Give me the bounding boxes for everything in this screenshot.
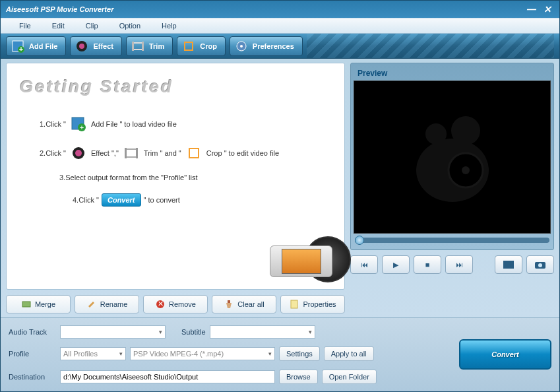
svg-rect-7 (142, 42, 144, 51)
trim-button[interactable]: Trim (126, 36, 173, 56)
right-panel: Preview ⏮ (350, 59, 559, 317)
menu-help[interactable]: Help (151, 22, 187, 30)
crop-label: Crop (200, 42, 217, 50)
menu-clip[interactable]: Clip (75, 22, 109, 30)
step3-text: 3.Select output format from the "Profile… (59, 174, 198, 181)
close-button[interactable]: ✕ (541, 4, 554, 15)
svg-rect-24 (291, 300, 297, 308)
step-2: 2.Click " Effect "," Trim " and " Crop "… (40, 145, 331, 162)
remove-label: Remove (169, 300, 196, 308)
psp-device-image (270, 245, 332, 277)
rename-button[interactable]: Rename (75, 295, 139, 313)
step2-crop: Crop " to edit video file (206, 149, 279, 157)
clear-all-button[interactable]: Clear all (212, 295, 276, 313)
film-add-icon: + (11, 39, 25, 53)
svg-rect-17 (125, 148, 127, 158)
effect-label: Effect (93, 42, 113, 50)
toolbar-decoration (307, 34, 554, 58)
step-1: 1.Click " + Add File " to load video fil… (40, 115, 331, 133)
minimize-button[interactable]: — (525, 4, 538, 15)
subtitle-select[interactable] (210, 325, 315, 339)
merge-button[interactable]: Merge (6, 295, 71, 313)
effect-icon (70, 145, 87, 162)
menubar: File Edit Clip Option Help (1, 18, 559, 34)
svg-rect-18 (136, 148, 138, 158)
merge-label: Merge (35, 300, 55, 308)
step4-post: " to convert (144, 196, 180, 204)
rename-icon (86, 299, 97, 310)
play-button[interactable]: ▶ (382, 255, 410, 274)
open-folder-button[interactable]: Open Folder (322, 370, 377, 384)
profile-category-select[interactable]: All Profiles (60, 347, 126, 360)
svg-point-10 (240, 45, 243, 48)
step1-text: Add File " to load video file (91, 120, 177, 128)
svg-rect-19 (189, 148, 199, 158)
profile-format-select[interactable]: PSP Video MPEG-4 (*.mp4) (130, 347, 275, 360)
preview-container: Preview (350, 63, 554, 250)
svg-rect-8 (185, 42, 193, 50)
stop-button[interactable]: ■ (414, 255, 441, 274)
seek-thumb[interactable] (355, 236, 364, 245)
svg-point-4 (79, 44, 84, 49)
skip-back-icon: ⏮ (361, 261, 368, 269)
preview-video-area (354, 81, 551, 234)
titlebar: Aiseesoft PSP Movie Converter — ✕ (1, 1, 559, 18)
profile-format-value: PSP Video MPEG-4 (*.mp4) (133, 350, 224, 358)
subtitle-label: Subtitle (181, 328, 206, 336)
preview-label: Preview (354, 66, 551, 81)
browse-button[interactable]: Browse (279, 370, 318, 384)
effect-button[interactable]: Effect (70, 36, 122, 56)
svg-text:+: + (19, 45, 23, 53)
preferences-button[interactable]: Preferences (230, 36, 303, 56)
svg-rect-30 (503, 261, 514, 269)
destination-value: d:\My Documents\Aiseesoft Studio\Output (63, 373, 198, 381)
fullscreen-icon (503, 261, 514, 269)
convert-badge-icon: Convert (102, 193, 141, 207)
add-file-label: Add File (29, 42, 57, 50)
destination-input[interactable]: d:\My Documents\Aiseesoft Studio\Output (60, 370, 275, 383)
menu-edit[interactable]: Edit (42, 22, 75, 30)
prev-button[interactable]: ⏮ (350, 255, 378, 274)
seek-slider[interactable] (355, 238, 549, 243)
step-3: 3.Select output format from the "Profile… (59, 174, 331, 181)
remove-button[interactable]: ✕ Remove (143, 295, 208, 313)
properties-icon (289, 299, 299, 310)
transport-controls: ⏮ ▶ ■ ⏭ (350, 255, 554, 274)
svg-rect-5 (133, 43, 142, 49)
step2-trim: Trim " and " (144, 149, 181, 157)
convert-button[interactable]: Convert (459, 339, 551, 370)
snapshot-button[interactable] (526, 255, 554, 274)
settings-button[interactable]: Settings (279, 346, 320, 361)
window-title: Aiseesoft PSP Movie Converter (6, 5, 113, 13)
menu-option[interactable]: Option (109, 22, 151, 30)
crop-icon (185, 145, 202, 162)
camera-icon (535, 261, 545, 269)
merge-icon (21, 299, 32, 310)
crop-icon (181, 39, 196, 53)
convert-label: Convert (491, 350, 519, 358)
remove-icon: ✕ (155, 299, 166, 310)
crop-button[interactable]: Crop (177, 36, 226, 56)
step2-pre: 2.Click " (40, 149, 66, 157)
toolbar: + Add File Effect Trim Crop Pre (1, 34, 559, 59)
play-icon: ▶ (393, 261, 398, 269)
audio-track-select[interactable] (60, 325, 166, 339)
destination-label: Destination (9, 373, 56, 381)
menu-file[interactable]: File (9, 22, 42, 30)
svg-point-15 (75, 150, 82, 156)
svg-point-29 (462, 166, 470, 174)
gear-icon (234, 39, 249, 53)
properties-label: Properties (303, 300, 336, 308)
action-row: Merge Rename ✕ Remove Clear all Properti… (6, 295, 345, 313)
next-button[interactable]: ⏭ (445, 255, 473, 274)
bottom-panel: Audio Track Subtitle Profile All Profile… (1, 317, 559, 391)
svg-rect-20 (22, 302, 30, 307)
properties-button[interactable]: Properties (280, 295, 345, 313)
fullscreen-button[interactable] (495, 255, 522, 274)
apply-to-all-button[interactable]: Apply to all (324, 346, 374, 361)
svg-text:✕: ✕ (158, 300, 164, 308)
svg-rect-16 (126, 149, 137, 157)
add-file-button[interactable]: + Add File (6, 36, 66, 56)
settings-form: Audio Track Subtitle Profile All Profile… (9, 325, 377, 385)
svg-rect-23 (228, 300, 230, 303)
